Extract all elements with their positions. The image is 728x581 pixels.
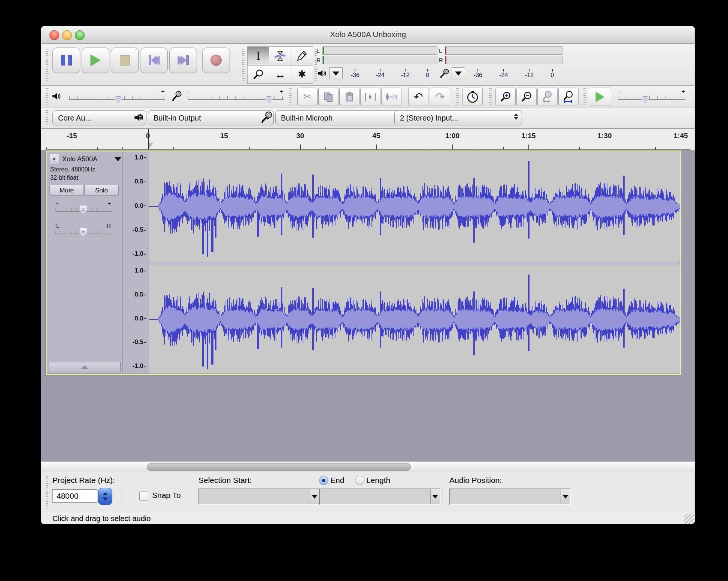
mixer-toolbar-grip[interactable] [46,88,48,104]
time-field-dropdown[interactable] [310,489,319,504]
waveform-left-channel[interactable] [149,152,680,261]
draw-tool-button[interactable] [291,47,313,65]
play-at-speed-button[interactable] [589,88,611,106]
redo-button[interactable]: ↷ [430,88,450,106]
trim-audio-button[interactable] [360,88,380,106]
selection-tool-button[interactable]: I [248,47,269,65]
slider-plus-label: + [161,88,165,95]
pause-button[interactable] [52,48,80,73]
playback-speed-thumb[interactable] [641,93,649,103]
skip-to-end-button[interactable] [169,48,197,73]
horizontal-scrollbar[interactable] [41,461,695,472]
project-rate-input[interactable]: 48000 [52,489,97,503]
zoom-out-button[interactable] [516,88,537,106]
stop-icon [120,55,130,66]
input-device-select[interactable]: Built-in Microph [275,110,409,125]
length-radio[interactable] [355,476,364,485]
end-radio[interactable] [319,476,328,485]
zoom-toolbar-grip[interactable] [489,88,492,104]
play-at-speed-grip[interactable] [583,88,586,104]
resize-grip[interactable] [684,514,694,524]
undo-button[interactable]: ↶ [408,88,428,106]
title-bar[interactable]: Xolo A500A Unboxing [41,26,695,44]
audio-position-field[interactable] [449,489,571,505]
paste-button[interactable] [339,88,360,106]
end-radio-label: End [330,476,344,485]
fit-selection-button[interactable] [537,88,558,106]
ruler-tick [72,145,72,149]
scrollbar-thumb[interactable] [147,463,411,471]
waveform-right-channel[interactable] [149,265,680,374]
selection-toolbar-grip[interactable] [46,476,48,509]
track-name: Xolo A500A [62,155,97,163]
snap-to-checkbox[interactable] [139,492,148,501]
input-volume-slider[interactable]: - + [188,91,283,104]
device-toolbar-grip[interactable] [46,110,48,126]
recording-meter-dropdown[interactable] [452,67,465,79]
selection-start-field[interactable] [198,489,320,505]
output-volume-slider[interactable]: - + [69,91,165,104]
ruler-time-label: 1:30 [597,132,612,140]
speaker-icon [134,112,144,123]
zoom-in-button[interactable] [495,88,516,106]
sync-lock-button[interactable] [462,88,483,106]
multi-tool-button[interactable]: ✱ [291,66,313,84]
selection-end-field[interactable] [319,489,440,505]
timeshift-tool-button[interactable]: ↔ [269,66,291,84]
timeline-ruler[interactable]: -1501530451:001:151:301:45 [46,129,690,150]
silence-audio-button[interactable] [381,88,401,106]
transport-toolbar-grip[interactable] [46,49,48,80]
time-field-dropdown[interactable] [561,489,570,504]
audio-position-label: Audio Position: [449,476,502,485]
pan-thumb[interactable] [80,228,87,237]
ruler-tick [275,147,275,149]
project-rate-stepper[interactable] [98,488,112,505]
input-channels-select[interactable]: 2 (Stereo) Input... [394,110,522,125]
recording-meter[interactable]: L R -36-24-120 [439,46,562,83]
track-control-panel[interactable]: × Xolo A500A Stereo, 48000Hz 32-bit floa… [47,152,122,374]
stop-button[interactable] [111,48,139,73]
magnifier-icon [253,69,264,80]
zoom-tool-button[interactable] [248,66,269,84]
playback-speed-slider[interactable]: - + [618,91,685,104]
tools-toolbar-grip[interactable] [242,49,245,80]
amplitude-scale-label: 0.0 [134,202,146,210]
playback-meter-dropdown[interactable] [329,67,343,79]
sync-lock-grip[interactable] [456,88,459,104]
output-volume-thumb[interactable] [114,93,122,103]
recording-meter-bar-left [445,46,562,55]
waveform-display[interactable] [149,152,680,374]
fit-project-button[interactable] [558,88,579,106]
ruler-tick [605,145,605,149]
vertical-scale-ruler[interactable]: 1.00.50.0-0.5-1.01.00.50.0-0.5-1.0 [122,152,149,374]
slider-minus-label: - [188,88,190,95]
time-field-dropdown[interactable] [430,489,440,504]
chevron-down-icon [115,157,121,161]
solo-button[interactable]: Solo [84,185,119,196]
output-device-select[interactable]: Built-in Output [148,110,274,125]
speaker-icon [316,69,328,78]
playback-meter[interactable]: L R -36-24-120 [316,46,437,83]
cut-button[interactable]: ✂ [297,88,318,106]
selection-start-label: Selection Start: [198,476,252,485]
play-icon [596,92,604,102]
track-close-button[interactable]: × [49,154,59,164]
mute-button[interactable]: Mute [49,185,84,196]
play-button[interactable] [82,48,109,73]
skip-to-start-button[interactable] [140,48,168,73]
record-button[interactable] [202,48,230,73]
envelope-tool-button[interactable] [269,47,291,65]
track-pan-slider[interactable]: L R [55,227,112,238]
ruler-tick [97,147,98,149]
slider-track [618,96,685,100]
track-collapse-button[interactable] [49,362,121,372]
input-volume-thumb[interactable] [265,93,273,103]
playhead-flag-icon [149,143,153,149]
gain-thumb[interactable] [80,206,87,215]
audio-host-select[interactable]: Core Au... [52,110,146,125]
edit-toolbar-grip[interactable] [289,88,292,104]
copy-button[interactable] [318,88,339,106]
track-name-menu[interactable]: Xolo A500A [59,154,125,164]
input-channels-value: 2 (Stereo) Input... [400,114,458,122]
track-gain-slider[interactable]: - + [55,204,112,216]
